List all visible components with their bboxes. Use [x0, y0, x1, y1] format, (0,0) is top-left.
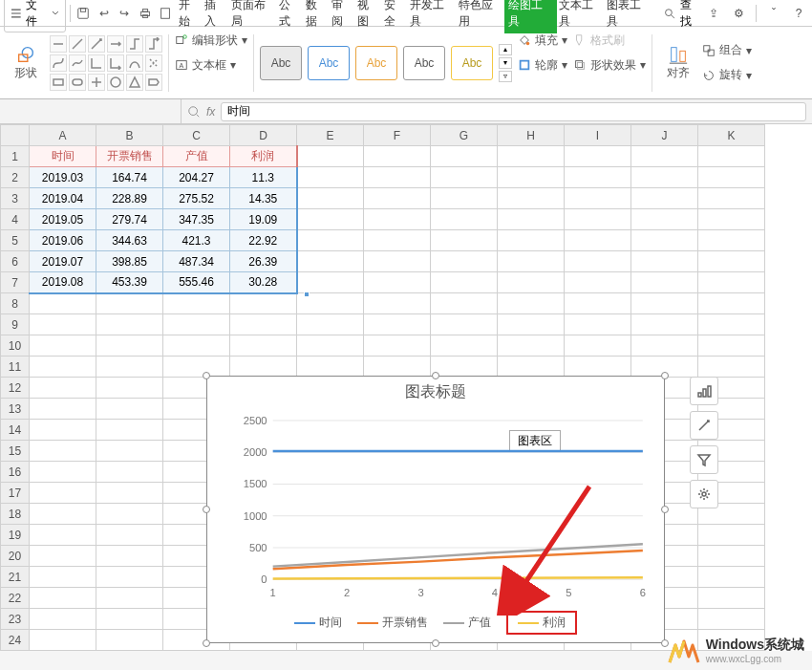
cell[interactable]: [565, 167, 631, 188]
cell[interactable]: [431, 167, 498, 188]
cell[interactable]: [698, 230, 765, 251]
cell[interactable]: [631, 146, 698, 167]
cell[interactable]: [565, 209, 631, 230]
tab-pagelayout[interactable]: 页面布局: [229, 0, 278, 33]
tab-insert[interactable]: 插入: [203, 0, 228, 33]
cell[interactable]: [698, 272, 765, 293]
cell[interactable]: [364, 209, 431, 230]
cell[interactable]: 279.74: [96, 209, 163, 230]
cell[interactable]: [96, 483, 163, 504]
gallery-nav[interactable]: ▴▾▿: [499, 44, 512, 82]
cell[interactable]: [698, 293, 765, 314]
row-header[interactable]: 24: [1, 630, 30, 651]
cell[interactable]: [565, 230, 631, 251]
fill-button[interactable]: 填充 ▾: [518, 31, 567, 50]
chart-settings-button[interactable]: [690, 480, 718, 508]
chart-object[interactable]: 图表标题 图表区 05001000150020002500123456 时间 开…: [206, 376, 665, 643]
cell[interactable]: [364, 146, 431, 167]
cell[interactable]: [30, 630, 96, 651]
row-header[interactable]: 16: [1, 462, 30, 483]
row-header[interactable]: 8: [1, 293, 30, 314]
edit-shape-button[interactable]: 编辑形状 ▾: [175, 31, 247, 50]
cell[interactable]: [698, 314, 765, 335]
cell[interactable]: [631, 314, 698, 335]
cell[interactable]: 344.63: [96, 230, 163, 251]
resize-handle-sw[interactable]: [203, 639, 210, 647]
cell[interactable]: [96, 504, 163, 525]
cell[interactable]: [431, 188, 498, 209]
cell[interactable]: 2019.06: [30, 230, 96, 251]
cell[interactable]: 利润: [230, 146, 297, 167]
cell[interactable]: 2019.05: [30, 209, 96, 230]
tab-data[interactable]: 数据: [304, 0, 330, 33]
cell[interactable]: [297, 230, 364, 251]
cell[interactable]: [364, 335, 431, 357]
cell[interactable]: [297, 335, 364, 357]
cell[interactable]: [297, 251, 364, 272]
cell[interactable]: 时间: [30, 146, 96, 167]
cell[interactable]: [30, 609, 96, 630]
row-header[interactable]: 11: [1, 357, 30, 378]
cell[interactable]: [431, 209, 498, 230]
row-header[interactable]: 9: [1, 314, 30, 335]
row-header[interactable]: 2: [1, 167, 30, 188]
cell[interactable]: 30.28: [230, 272, 297, 293]
cell[interactable]: [631, 335, 698, 357]
cell[interactable]: [96, 293, 163, 314]
cell[interactable]: [96, 335, 163, 357]
row-header[interactable]: 21: [1, 567, 30, 588]
style-gray[interactable]: Abc: [403, 46, 445, 80]
cell[interactable]: 228.89: [96, 188, 163, 209]
resize-handle-n[interactable]: [432, 372, 439, 379]
cell[interactable]: [364, 272, 431, 293]
cell[interactable]: [230, 335, 297, 357]
col-header[interactable]: J: [631, 125, 698, 146]
col-header[interactable]: H: [498, 125, 565, 146]
cell[interactable]: [30, 546, 96, 567]
cell[interactable]: [431, 251, 498, 272]
cell[interactable]: [565, 314, 631, 335]
cell[interactable]: [565, 251, 631, 272]
cell[interactable]: [498, 167, 565, 188]
cell[interactable]: [230, 314, 297, 335]
resize-handle-s[interactable]: [432, 639, 439, 647]
cell[interactable]: [431, 272, 498, 293]
cell[interactable]: [30, 314, 96, 335]
help-icon[interactable]: ?: [789, 4, 808, 23]
cell[interactable]: [96, 609, 163, 630]
cell[interactable]: [498, 188, 565, 209]
cell[interactable]: [364, 314, 431, 335]
cell[interactable]: 26.39: [230, 251, 297, 272]
cell[interactable]: [698, 588, 765, 609]
cell[interactable]: [565, 272, 631, 293]
cell[interactable]: [364, 167, 431, 188]
legend-item-time[interactable]: 时间: [294, 611, 342, 635]
cell[interactable]: [498, 357, 565, 378]
cell[interactable]: [698, 609, 765, 630]
legend-item-output[interactable]: 产值: [443, 611, 491, 635]
cell[interactable]: [631, 230, 698, 251]
cell[interactable]: [96, 588, 163, 609]
tab-drawing-tools[interactable]: 绘图工具: [504, 0, 557, 33]
cell[interactable]: [698, 167, 765, 188]
cell[interactable]: [30, 399, 96, 420]
chart-elements-button[interactable]: [690, 377, 718, 405]
col-header[interactable]: K: [698, 125, 765, 146]
cell[interactable]: 2019.03: [30, 167, 96, 188]
row-header[interactable]: 18: [1, 504, 30, 525]
cell[interactable]: [30, 483, 96, 504]
row-header[interactable]: 1: [1, 146, 30, 167]
cell[interactable]: [30, 567, 96, 588]
cell[interactable]: [631, 251, 698, 272]
style-blue[interactable]: Abc: [308, 46, 350, 80]
collapse-ribbon-icon[interactable]: ˇ: [764, 4, 783, 23]
cell[interactable]: [297, 188, 364, 209]
fill-handle[interactable]: [304, 292, 310, 297]
col-header[interactable]: I: [565, 125, 631, 146]
cell[interactable]: 453.39: [96, 272, 163, 293]
legend-item-sales[interactable]: 开票销售: [357, 611, 428, 635]
style-default[interactable]: Abc: [260, 46, 302, 80]
row-header[interactable]: 23: [1, 609, 30, 630]
cell[interactable]: [30, 420, 96, 441]
cell[interactable]: [498, 272, 565, 293]
